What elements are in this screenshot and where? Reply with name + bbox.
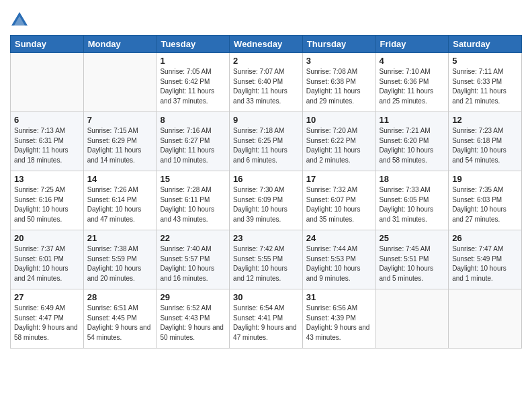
day-info: Sunrise: 6:54 AM Sunset: 4:41 PM Dayligh… xyxy=(233,304,299,342)
day-number: 13 xyxy=(14,174,80,184)
calendar-cell: 6Sunrise: 7:13 AM Sunset: 6:31 PM Daylig… xyxy=(11,112,84,171)
day-number: 14 xyxy=(87,174,153,184)
day-info: Sunrise: 7:45 AM Sunset: 5:51 PM Dayligh… xyxy=(380,244,445,283)
calendar-cell: 9Sunrise: 7:18 AM Sunset: 6:25 PM Daylig… xyxy=(230,112,303,171)
day-number: 7 xyxy=(87,115,153,125)
calendar-cell: 13Sunrise: 7:25 AM Sunset: 6:16 PM Dayli… xyxy=(11,171,84,230)
day-number: 5 xyxy=(452,56,518,66)
day-info: Sunrise: 7:13 AM Sunset: 6:31 PM Dayligh… xyxy=(14,126,80,165)
day-info: Sunrise: 6:52 AM Sunset: 4:43 PM Dayligh… xyxy=(160,304,226,342)
day-number: 10 xyxy=(306,115,372,125)
calendar-cell: 16Sunrise: 7:30 AM Sunset: 6:09 PM Dayli… xyxy=(230,171,303,230)
day-info: Sunrise: 7:44 AM Sunset: 5:53 PM Dayligh… xyxy=(306,244,372,283)
page: SundayMondayTuesdayWednesdayThursdayFrid… xyxy=(0,0,532,411)
day-info: Sunrise: 6:49 AM Sunset: 4:47 PM Dayligh… xyxy=(14,304,80,342)
day-info: Sunrise: 7:23 AM Sunset: 6:18 PM Dayligh… xyxy=(452,126,518,165)
calendar-cell: 5Sunrise: 7:11 AM Sunset: 6:33 PM Daylig… xyxy=(449,53,522,112)
day-info: Sunrise: 6:51 AM Sunset: 4:45 PM Dayligh… xyxy=(87,304,153,342)
day-info: Sunrise: 7:42 AM Sunset: 5:55 PM Dayligh… xyxy=(233,244,299,283)
calendar-cell: 21Sunrise: 7:38 AM Sunset: 5:59 PM Dayli… xyxy=(83,230,157,289)
day-info: Sunrise: 7:32 AM Sunset: 6:07 PM Dayligh… xyxy=(306,185,372,224)
day-number: 17 xyxy=(306,174,372,184)
day-info: Sunrise: 7:07 AM Sunset: 6:40 PM Dayligh… xyxy=(233,67,299,106)
day-info: Sunrise: 7:15 AM Sunset: 6:29 PM Dayligh… xyxy=(87,126,153,165)
day-number: 26 xyxy=(452,233,518,243)
day-info: Sunrise: 7:10 AM Sunset: 6:36 PM Dayligh… xyxy=(380,67,445,106)
day-number: 1 xyxy=(160,56,226,66)
calendar-cell xyxy=(449,289,522,349)
calendar-cell: 14Sunrise: 7:26 AM Sunset: 6:14 PM Dayli… xyxy=(83,171,157,230)
calendar-cell: 18Sunrise: 7:33 AM Sunset: 6:05 PM Dayli… xyxy=(375,171,449,230)
day-info: Sunrise: 7:47 AM Sunset: 5:49 PM Dayligh… xyxy=(452,244,518,283)
day-number: 28 xyxy=(87,292,153,302)
day-number: 4 xyxy=(380,56,445,66)
logo-icon xyxy=(10,11,29,30)
day-number: 9 xyxy=(233,115,299,125)
day-info: Sunrise: 7:20 AM Sunset: 6:22 PM Dayligh… xyxy=(306,126,372,165)
day-number: 29 xyxy=(160,292,226,302)
day-info: Sunrise: 7:08 AM Sunset: 6:38 PM Dayligh… xyxy=(306,67,372,106)
day-info: Sunrise: 7:18 AM Sunset: 6:25 PM Dayligh… xyxy=(233,126,299,165)
header xyxy=(10,7,522,30)
day-number: 30 xyxy=(233,292,299,302)
calendar-cell: 26Sunrise: 7:47 AM Sunset: 5:49 PM Dayli… xyxy=(449,230,522,289)
calendar-cell: 12Sunrise: 7:23 AM Sunset: 6:18 PM Dayli… xyxy=(449,112,522,171)
logo xyxy=(10,11,32,30)
calendar-cell: 20Sunrise: 7:37 AM Sunset: 6:01 PM Dayli… xyxy=(11,230,84,289)
calendar-cell: 19Sunrise: 7:35 AM Sunset: 6:03 PM Dayli… xyxy=(449,171,522,230)
day-number: 25 xyxy=(380,233,445,243)
day-info: Sunrise: 7:11 AM Sunset: 6:33 PM Dayligh… xyxy=(452,67,518,106)
calendar-cell: 1Sunrise: 7:05 AM Sunset: 6:42 PM Daylig… xyxy=(157,53,230,112)
calendar-cell: 11Sunrise: 7:21 AM Sunset: 6:20 PM Dayli… xyxy=(375,112,449,171)
calendar-cell: 27Sunrise: 6:49 AM Sunset: 4:47 PM Dayli… xyxy=(11,289,84,349)
day-number: 3 xyxy=(306,56,372,66)
calendar-cell: 24Sunrise: 7:44 AM Sunset: 5:53 PM Dayli… xyxy=(302,230,375,289)
calendar-cell: 7Sunrise: 7:15 AM Sunset: 6:29 PM Daylig… xyxy=(83,112,157,171)
day-number: 18 xyxy=(380,174,445,184)
weekday-friday: Friday xyxy=(375,36,449,53)
day-number: 16 xyxy=(233,174,299,184)
day-number: 19 xyxy=(452,174,518,184)
calendar-cell: 30Sunrise: 6:54 AM Sunset: 4:41 PM Dayli… xyxy=(230,289,303,349)
calendar-table: SundayMondayTuesdayWednesdayThursdayFrid… xyxy=(10,35,522,349)
calendar-cell: 28Sunrise: 6:51 AM Sunset: 4:45 PM Dayli… xyxy=(83,289,157,349)
calendar-cell: 25Sunrise: 7:45 AM Sunset: 5:51 PM Dayli… xyxy=(375,230,449,289)
calendar-cell: 23Sunrise: 7:42 AM Sunset: 5:55 PM Dayli… xyxy=(230,230,303,289)
calendar-cell: 15Sunrise: 7:28 AM Sunset: 6:11 PM Dayli… xyxy=(157,171,230,230)
day-info: Sunrise: 7:16 AM Sunset: 6:27 PM Dayligh… xyxy=(160,126,226,165)
calendar-cell xyxy=(11,53,84,112)
day-info: Sunrise: 7:35 AM Sunset: 6:03 PM Dayligh… xyxy=(452,185,518,224)
weekday-monday: Monday xyxy=(83,36,157,53)
day-number: 27 xyxy=(14,292,80,302)
weekday-tuesday: Tuesday xyxy=(157,36,230,53)
day-number: 6 xyxy=(14,115,80,125)
calendar-cell: 31Sunrise: 6:56 AM Sunset: 4:39 PM Dayli… xyxy=(302,289,375,349)
day-info: Sunrise: 6:56 AM Sunset: 4:39 PM Dayligh… xyxy=(306,304,372,342)
calendar-cell: 4Sunrise: 7:10 AM Sunset: 6:36 PM Daylig… xyxy=(375,53,449,112)
day-number: 11 xyxy=(380,115,445,125)
day-number: 8 xyxy=(160,115,226,125)
day-number: 20 xyxy=(14,233,80,243)
calendar-week-1: 6Sunrise: 7:13 AM Sunset: 6:31 PM Daylig… xyxy=(11,112,522,171)
weekday-thursday: Thursday xyxy=(302,36,375,53)
calendar-cell: 2Sunrise: 7:07 AM Sunset: 6:40 PM Daylig… xyxy=(230,53,303,112)
day-number: 21 xyxy=(87,233,153,243)
weekday-saturday: Saturday xyxy=(449,36,522,53)
day-number: 31 xyxy=(306,292,372,302)
day-number: 2 xyxy=(233,56,299,66)
day-number: 23 xyxy=(233,233,299,243)
day-info: Sunrise: 7:26 AM Sunset: 6:14 PM Dayligh… xyxy=(87,185,153,224)
day-info: Sunrise: 7:25 AM Sunset: 6:16 PM Dayligh… xyxy=(14,185,80,224)
day-info: Sunrise: 7:40 AM Sunset: 5:57 PM Dayligh… xyxy=(160,244,226,283)
day-number: 22 xyxy=(160,233,226,243)
calendar-week-3: 20Sunrise: 7:37 AM Sunset: 6:01 PM Dayli… xyxy=(11,230,522,289)
calendar-week-4: 27Sunrise: 6:49 AM Sunset: 4:47 PM Dayli… xyxy=(11,289,522,349)
calendar-cell: 10Sunrise: 7:20 AM Sunset: 6:22 PM Dayli… xyxy=(302,112,375,171)
weekday-header-row: SundayMondayTuesdayWednesdayThursdayFrid… xyxy=(11,36,522,53)
calendar-week-2: 13Sunrise: 7:25 AM Sunset: 6:16 PM Dayli… xyxy=(11,171,522,230)
calendar-cell xyxy=(375,289,449,349)
day-info: Sunrise: 7:33 AM Sunset: 6:05 PM Dayligh… xyxy=(380,185,445,224)
day-number: 12 xyxy=(452,115,518,125)
calendar-week-0: 1Sunrise: 7:05 AM Sunset: 6:42 PM Daylig… xyxy=(11,53,522,112)
day-info: Sunrise: 7:05 AM Sunset: 6:42 PM Dayligh… xyxy=(160,67,226,106)
